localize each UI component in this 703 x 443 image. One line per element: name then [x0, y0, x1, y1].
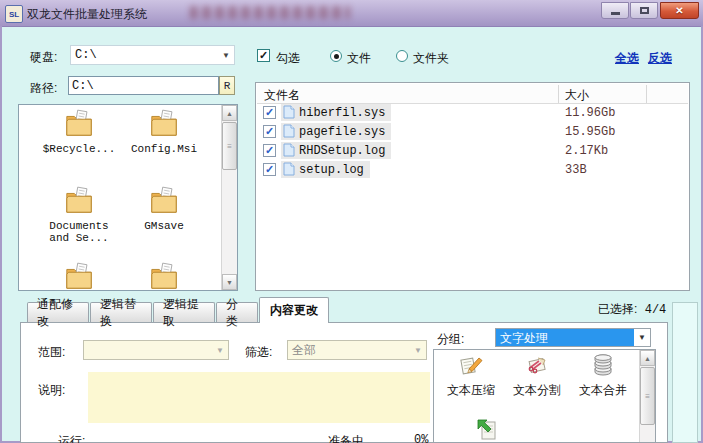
- window-title: 双龙文件批量处理系统: [27, 6, 147, 23]
- folder-scrollbar[interactable]: ▲ ≡ ▼: [221, 105, 237, 290]
- description-label: 说明:: [38, 382, 65, 399]
- minimize-button[interactable]: [601, 2, 629, 19]
- refresh-button[interactable]: R: [219, 76, 235, 95]
- filter-value: 全部: [288, 342, 410, 359]
- file-name: pagefile.sys: [299, 125, 385, 139]
- file-row[interactable]: ✓ RHDSetup.log 2.17Kb: [257, 141, 688, 160]
- folder-icon: [64, 261, 94, 291]
- title-bar: SL 双龙文件批量处理系统 ✕: [0, 0, 703, 27]
- chevron-down-icon: ▼: [212, 346, 228, 355]
- tools-scrollbar[interactable]: ▲ ≡: [639, 350, 655, 442]
- file-row[interactable]: ✓ hiberfil.sys 11.96Gb: [257, 103, 688, 122]
- tool-partial[interactable]: [454, 416, 520, 443]
- drive-label: 硬盘:: [30, 49, 57, 66]
- folder-icon: [64, 108, 94, 138]
- file-size: 15.95Gb: [565, 125, 615, 139]
- tools-scrollbar-thumb[interactable]: ≡: [640, 367, 655, 425]
- folder-icon: [149, 108, 179, 138]
- folder-icon: [149, 261, 179, 291]
- path-input[interactable]: C:\: [68, 76, 219, 95]
- text-split-icon: [525, 353, 549, 377]
- file-checkbox[interactable]: ✓: [263, 125, 276, 138]
- chevron-down-icon: ▼: [410, 346, 426, 355]
- select-all-link[interactable]: 全选: [615, 50, 639, 67]
- tab-content-modify[interactable]: 内容更改: [259, 297, 329, 323]
- progress-text: 0%: [414, 433, 428, 443]
- group-label: 分组:: [437, 331, 464, 348]
- scroll-up-icon[interactable]: ▲: [640, 350, 655, 366]
- file-highlight: pagefile.sys: [281, 123, 391, 140]
- file-name: RHDSetup.log: [299, 144, 385, 158]
- file-highlight: RHDSetup.log: [281, 142, 391, 159]
- tab-label: 分类: [226, 296, 248, 330]
- folder-radio-label: 文件夹: [413, 50, 449, 67]
- file-radio[interactable]: [330, 50, 342, 62]
- app-icon-text: SL: [9, 10, 19, 19]
- status-text: 准备中: [328, 433, 364, 443]
- column-separator[interactable]: [646, 85, 647, 103]
- group-select[interactable]: 文字处理 ▼: [495, 328, 651, 347]
- chevron-down-icon[interactable]: ▼: [218, 51, 234, 60]
- path-label: 路径:: [30, 80, 57, 97]
- folder-item[interactable]: Documents and Se...: [39, 185, 119, 244]
- drive-select[interactable]: C:\ ▼: [70, 45, 235, 65]
- folder-item[interactable]: [39, 261, 119, 291]
- tools-panel: 文本压缩 文本分割 文本合并: [433, 349, 656, 443]
- folder-item[interactable]: $Recycle...: [39, 108, 119, 155]
- folder-item-label: $Recycle...: [39, 143, 119, 155]
- filter-label: 筛选:: [245, 344, 272, 361]
- right-side-strip: [672, 302, 698, 443]
- file-checkbox[interactable]: ✓: [263, 163, 276, 176]
- file-row[interactable]: ✓ pagefile.sys 15.95Gb: [257, 122, 688, 141]
- folder-scrollbar-thumb[interactable]: ≡: [222, 122, 237, 170]
- filter-select[interactable]: 全部 ▼: [287, 340, 427, 360]
- file-row[interactable]: ✓ setup.log 33B: [257, 160, 688, 179]
- folder-radio[interactable]: [396, 50, 408, 62]
- tab-label: 逻辑提取: [163, 296, 205, 330]
- name-column-header[interactable]: 文件名: [264, 87, 300, 104]
- selection-status-value: 4/4: [645, 303, 667, 317]
- run-label: 运行:: [58, 433, 85, 443]
- text-merge-icon: [591, 353, 615, 377]
- tab-classify[interactable]: 分类: [216, 302, 258, 322]
- folder-item[interactable]: GMsave: [124, 185, 204, 232]
- tab-label: 逻辑替换: [100, 296, 142, 330]
- blurred-watermark: [190, 6, 350, 19]
- folder-list-panel: $Recycle... Config.Msi Documents and Se.…: [18, 104, 238, 291]
- selection-status-label: 已选择:: [598, 302, 637, 316]
- tool-text-merge[interactable]: 文本合并: [570, 353, 636, 399]
- tool-text-compress[interactable]: 文本压缩: [438, 353, 504, 399]
- selection-status: 已选择: 4/4: [598, 301, 666, 318]
- tab-wildcard-modify[interactable]: 通配修改: [27, 302, 89, 322]
- file-checkbox[interactable]: ✓: [263, 106, 276, 119]
- file-size: 2.17Kb: [565, 144, 608, 158]
- radio-dot: [334, 54, 339, 59]
- scroll-up-icon[interactable]: ▲: [222, 105, 237, 121]
- green-arrow-page-icon: [475, 416, 499, 442]
- column-separator[interactable]: [558, 85, 559, 103]
- scroll-down-icon[interactable]: ▼: [222, 274, 237, 290]
- group-value: 文字处理: [496, 329, 634, 346]
- invert-select-link[interactable]: 反选: [648, 50, 672, 67]
- tool-text-split[interactable]: 文本分割: [504, 353, 570, 399]
- file-size: 33B: [565, 163, 587, 177]
- chevron-down-icon[interactable]: ▼: [634, 333, 650, 342]
- file-table-header: 文件名 大小: [257, 84, 688, 104]
- folder-icon: [64, 185, 94, 215]
- tab-logic-extract[interactable]: 逻辑提取: [153, 302, 215, 322]
- maximize-button[interactable]: [630, 2, 658, 19]
- tab-label: 通配修改: [37, 296, 79, 330]
- file-checkbox[interactable]: ✓: [263, 144, 276, 157]
- tab-logic-replace[interactable]: 逻辑替换: [90, 302, 152, 322]
- file-icon: [283, 162, 295, 176]
- size-column-header[interactable]: 大小: [565, 87, 589, 104]
- folder-item[interactable]: [124, 261, 204, 291]
- folder-item[interactable]: Config.Msi: [124, 108, 204, 155]
- range-select[interactable]: ▼: [83, 340, 229, 360]
- folder-item-label: GMsave: [124, 220, 204, 232]
- check-mode-checkbox[interactable]: ✓: [257, 49, 270, 62]
- folder-icon: [149, 185, 179, 215]
- close-button[interactable]: ✕: [660, 2, 699, 19]
- folder-item-label: Documents and Se...: [39, 220, 119, 244]
- description-textarea[interactable]: [88, 372, 430, 423]
